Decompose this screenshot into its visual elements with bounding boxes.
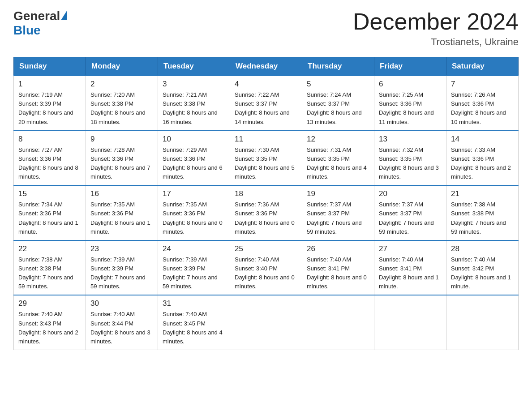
day-info: Sunrise: 7:28 AMSunset: 3:36 PMDaylight:… (90, 146, 153, 182)
day-number: 26 (307, 244, 369, 253)
day-number: 25 (235, 244, 297, 253)
day-info: Sunrise: 7:40 AMSunset: 3:44 PMDaylight:… (90, 310, 153, 346)
calendar-day-cell: 28 Sunrise: 7:40 AMSunset: 3:42 PMDaylig… (446, 240, 519, 295)
calendar-day-cell: 7 Sunrise: 7:26 AMSunset: 3:36 PMDayligh… (446, 76, 519, 131)
day-info: Sunrise: 7:40 AMSunset: 3:41 PMDaylight:… (307, 255, 369, 291)
day-number: 9 (90, 135, 153, 144)
weekday-header-friday: Friday (374, 57, 446, 76)
day-number: 24 (163, 244, 225, 253)
day-number: 4 (235, 80, 297, 89)
day-number: 13 (379, 135, 442, 144)
calendar-day-cell: 8 Sunrise: 7:27 AMSunset: 3:36 PMDayligh… (14, 131, 86, 186)
day-number: 1 (18, 80, 81, 89)
day-info: Sunrise: 7:20 AMSunset: 3:38 PMDaylight:… (90, 90, 153, 127)
logo-blue: Blue (13, 23, 41, 38)
day-info: Sunrise: 7:19 AMSunset: 3:39 PMDaylight:… (18, 90, 81, 127)
day-number: 23 (90, 244, 153, 253)
day-info: Sunrise: 7:30 AMSunset: 3:35 PMDaylight:… (235, 146, 297, 182)
day-info: Sunrise: 7:22 AMSunset: 3:37 PMDaylight:… (235, 90, 297, 127)
day-number: 15 (18, 189, 81, 198)
calendar-week-row: 29 Sunrise: 7:40 AMSunset: 3:43 PMDaylig… (14, 295, 519, 350)
calendar-day-cell: 24 Sunrise: 7:39 AMSunset: 3:39 PMDaylig… (158, 240, 230, 295)
calendar-week-row: 1 Sunrise: 7:19 AMSunset: 3:39 PMDayligh… (14, 76, 519, 131)
location-title: Trostianets, Ukraine (353, 36, 519, 48)
day-number: 18 (235, 189, 297, 198)
calendar-day-cell: 3 Sunrise: 7:21 AMSunset: 3:38 PMDayligh… (158, 76, 230, 131)
calendar-day-cell: 21 Sunrise: 7:38 AMSunset: 3:38 PMDaylig… (446, 185, 519, 240)
calendar-day-cell (446, 295, 519, 350)
day-info: Sunrise: 7:26 AMSunset: 3:36 PMDaylight:… (451, 90, 514, 127)
calendar-day-cell: 17 Sunrise: 7:35 AMSunset: 3:36 PMDaylig… (158, 185, 230, 240)
day-info: Sunrise: 7:36 AMSunset: 3:36 PMDaylight:… (235, 200, 297, 236)
day-number: 2 (90, 80, 153, 89)
calendar-day-cell: 27 Sunrise: 7:40 AMSunset: 3:41 PMDaylig… (374, 240, 446, 295)
calendar-day-cell: 12 Sunrise: 7:31 AMSunset: 3:35 PMDaylig… (302, 131, 374, 186)
day-info: Sunrise: 7:38 AMSunset: 3:38 PMDaylight:… (451, 200, 514, 236)
day-number: 20 (379, 189, 442, 198)
day-info: Sunrise: 7:40 AMSunset: 3:45 PMDaylight:… (163, 310, 225, 346)
day-info: Sunrise: 7:29 AMSunset: 3:36 PMDaylight:… (163, 146, 225, 182)
day-number: 29 (18, 299, 81, 308)
day-info: Sunrise: 7:33 AMSunset: 3:36 PMDaylight:… (451, 146, 514, 182)
calendar-day-cell: 15 Sunrise: 7:34 AMSunset: 3:36 PMDaylig… (14, 185, 86, 240)
day-info: Sunrise: 7:31 AMSunset: 3:35 PMDaylight:… (307, 146, 369, 182)
day-info: Sunrise: 7:40 AMSunset: 3:42 PMDaylight:… (451, 255, 514, 291)
calendar-day-cell: 9 Sunrise: 7:28 AMSunset: 3:36 PMDayligh… (86, 131, 158, 186)
day-info: Sunrise: 7:38 AMSunset: 3:38 PMDaylight:… (18, 255, 81, 291)
day-number: 30 (90, 299, 153, 308)
day-number: 31 (163, 299, 225, 308)
day-number: 19 (307, 189, 369, 198)
weekday-header-monday: Monday (86, 57, 158, 76)
day-number: 17 (163, 189, 225, 198)
calendar-day-cell: 29 Sunrise: 7:40 AMSunset: 3:43 PMDaylig… (14, 295, 86, 350)
day-info: Sunrise: 7:37 AMSunset: 3:37 PMDaylight:… (379, 200, 442, 236)
day-number: 28 (451, 244, 514, 253)
day-number: 22 (18, 244, 81, 253)
day-info: Sunrise: 7:40 AMSunset: 3:40 PMDaylight:… (235, 255, 297, 291)
calendar-day-cell: 11 Sunrise: 7:30 AMSunset: 3:35 PMDaylig… (230, 131, 302, 186)
day-info: Sunrise: 7:35 AMSunset: 3:36 PMDaylight:… (163, 200, 225, 236)
day-info: Sunrise: 7:27 AMSunset: 3:36 PMDaylight:… (18, 146, 81, 182)
day-info: Sunrise: 7:24 AMSunset: 3:37 PMDaylight:… (307, 90, 369, 127)
calendar-day-cell: 4 Sunrise: 7:22 AMSunset: 3:37 PMDayligh… (230, 76, 302, 131)
day-info: Sunrise: 7:25 AMSunset: 3:36 PMDaylight:… (379, 90, 442, 127)
calendar-day-cell (302, 295, 374, 350)
calendar-week-row: 22 Sunrise: 7:38 AMSunset: 3:38 PMDaylig… (14, 240, 519, 295)
day-info: Sunrise: 7:37 AMSunset: 3:37 PMDaylight:… (307, 200, 369, 236)
day-number: 7 (451, 80, 514, 89)
calendar-day-cell: 1 Sunrise: 7:19 AMSunset: 3:39 PMDayligh… (14, 76, 86, 131)
day-number: 5 (307, 80, 369, 89)
calendar-day-cell: 25 Sunrise: 7:40 AMSunset: 3:40 PMDaylig… (230, 240, 302, 295)
day-number: 14 (451, 135, 514, 144)
logo-general: General (13, 9, 60, 23)
day-number: 10 (163, 135, 225, 144)
calendar-day-cell: 13 Sunrise: 7:32 AMSunset: 3:35 PMDaylig… (374, 131, 446, 186)
day-info: Sunrise: 7:21 AMSunset: 3:38 PMDaylight:… (163, 90, 225, 127)
day-info: Sunrise: 7:35 AMSunset: 3:36 PMDaylight:… (90, 200, 153, 236)
day-info: Sunrise: 7:34 AMSunset: 3:36 PMDaylight:… (18, 200, 81, 236)
weekday-header-sunday: Sunday (14, 57, 86, 76)
calendar-day-cell: 10 Sunrise: 7:29 AMSunset: 3:36 PMDaylig… (158, 131, 230, 186)
calendar-table: SundayMondayTuesdayWednesdayThursdayFrid… (13, 57, 519, 350)
calendar-day-cell: 2 Sunrise: 7:20 AMSunset: 3:38 PMDayligh… (86, 76, 158, 131)
calendar-week-row: 15 Sunrise: 7:34 AMSunset: 3:36 PMDaylig… (14, 185, 519, 240)
calendar-day-cell: 19 Sunrise: 7:37 AMSunset: 3:37 PMDaylig… (302, 185, 374, 240)
weekday-header-wednesday: Wednesday (230, 57, 302, 76)
calendar-week-row: 8 Sunrise: 7:27 AMSunset: 3:36 PMDayligh… (14, 131, 519, 186)
page-header: General Blue December 2024 Trostianets, … (13, 9, 519, 48)
day-info: Sunrise: 7:39 AMSunset: 3:39 PMDaylight:… (163, 255, 225, 291)
day-info: Sunrise: 7:40 AMSunset: 3:43 PMDaylight:… (18, 310, 81, 346)
day-number: 8 (18, 135, 81, 144)
day-number: 3 (163, 80, 225, 89)
calendar-day-cell: 6 Sunrise: 7:25 AMSunset: 3:36 PMDayligh… (374, 76, 446, 131)
day-number: 6 (379, 80, 442, 89)
month-title: December 2024 (353, 9, 519, 34)
calendar-day-cell: 16 Sunrise: 7:35 AMSunset: 3:36 PMDaylig… (86, 185, 158, 240)
logo-triangle-icon (61, 10, 67, 20)
calendar-day-cell: 31 Sunrise: 7:40 AMSunset: 3:45 PMDaylig… (158, 295, 230, 350)
calendar-day-cell (374, 295, 446, 350)
weekday-header-row: SundayMondayTuesdayWednesdayThursdayFrid… (14, 57, 519, 76)
weekday-header-thursday: Thursday (302, 57, 374, 76)
logo: General Blue (13, 9, 67, 38)
day-number: 12 (307, 135, 369, 144)
